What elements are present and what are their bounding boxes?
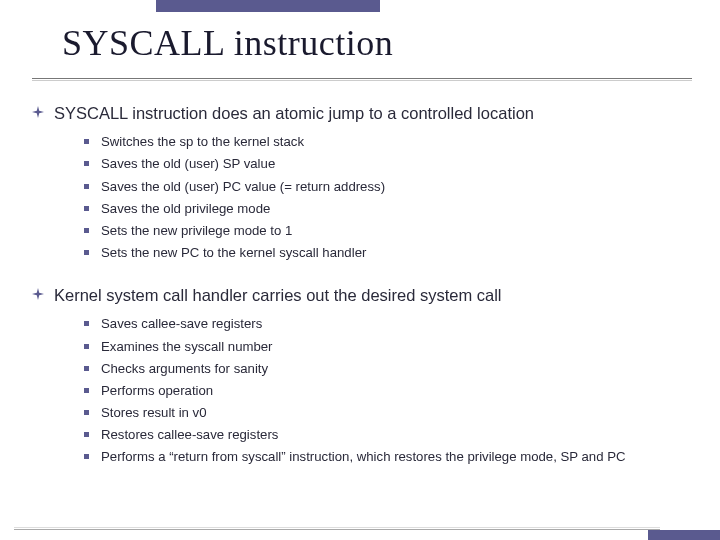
- list-item-text: Saves callee-save registers: [101, 314, 262, 333]
- footer-line: [14, 529, 660, 530]
- section-heading: Kernel system call handler carries out t…: [54, 284, 502, 306]
- sublist-2: Saves callee-save registers Examines the…: [84, 314, 700, 466]
- section-heading-row: SYSCALL instruction does an atomic jump …: [32, 102, 700, 124]
- list-item: Examines the syscall number: [84, 337, 700, 356]
- list-item: Saves callee-save registers: [84, 314, 700, 333]
- list-item-text: Checks arguments for sanity: [101, 359, 268, 378]
- square-bullet-icon: [84, 366, 89, 371]
- list-item-text: Restores callee-save registers: [101, 425, 278, 444]
- list-item: Saves the old (user) SP value: [84, 154, 700, 173]
- square-bullet-icon: [84, 184, 89, 189]
- list-item: Stores result in v0: [84, 403, 700, 422]
- list-item-text: Sets the new PC to the kernel syscall ha…: [101, 243, 366, 262]
- list-item: Saves the old privilege mode: [84, 199, 700, 218]
- list-item-text: Performs a “return from syscall” instruc…: [101, 447, 626, 466]
- title-underline: [32, 78, 692, 79]
- square-bullet-icon: [84, 432, 89, 437]
- square-bullet-icon: [84, 250, 89, 255]
- section-1: SYSCALL instruction does an atomic jump …: [32, 102, 700, 262]
- top-accent-band: [156, 0, 380, 12]
- list-item: Sets the new privilege mode to 1: [84, 221, 700, 240]
- square-bullet-icon: [84, 228, 89, 233]
- list-item-text: Performs operation: [101, 381, 213, 400]
- list-item-text: Saves the old (user) SP value: [101, 154, 275, 173]
- list-item-text: Examines the syscall number: [101, 337, 273, 356]
- list-item: Performs operation: [84, 381, 700, 400]
- title-area: SYSCALL instruction: [62, 22, 393, 64]
- list-item: Sets the new PC to the kernel syscall ha…: [84, 243, 700, 262]
- square-bullet-icon: [84, 388, 89, 393]
- star-bullet-icon: [32, 106, 44, 118]
- square-bullet-icon: [84, 139, 89, 144]
- footer-line: [14, 527, 660, 528]
- square-bullet-icon: [84, 344, 89, 349]
- list-item-text: Saves the old privilege mode: [101, 199, 270, 218]
- list-item: Saves the old (user) PC value (= return …: [84, 177, 700, 196]
- square-bullet-icon: [84, 161, 89, 166]
- section-heading: SYSCALL instruction does an atomic jump …: [54, 102, 534, 124]
- star-bullet-icon: [32, 288, 44, 300]
- section-heading-row: Kernel system call handler carries out t…: [32, 284, 700, 306]
- list-item: Switches the sp to the kernel stack: [84, 132, 700, 151]
- section-2: Kernel system call handler carries out t…: [32, 284, 700, 466]
- list-item-text: Switches the sp to the kernel stack: [101, 132, 304, 151]
- svg-marker-1: [32, 288, 44, 300]
- square-bullet-icon: [84, 454, 89, 459]
- list-item-text: Sets the new privilege mode to 1: [101, 221, 292, 240]
- list-item: Restores callee-save registers: [84, 425, 700, 444]
- square-bullet-icon: [84, 321, 89, 326]
- bottom-accent-band: [648, 530, 720, 540]
- list-item-text: Saves the old (user) PC value (= return …: [101, 177, 385, 196]
- slide-title: SYSCALL instruction: [62, 22, 393, 64]
- square-bullet-icon: [84, 206, 89, 211]
- list-item: Checks arguments for sanity: [84, 359, 700, 378]
- content-area: SYSCALL instruction does an atomic jump …: [32, 102, 700, 488]
- list-item-text: Stores result in v0: [101, 403, 207, 422]
- svg-marker-0: [32, 106, 44, 118]
- list-item: Performs a “return from syscall” instruc…: [84, 447, 700, 466]
- square-bullet-icon: [84, 410, 89, 415]
- sublist-1: Switches the sp to the kernel stack Save…: [84, 132, 700, 262]
